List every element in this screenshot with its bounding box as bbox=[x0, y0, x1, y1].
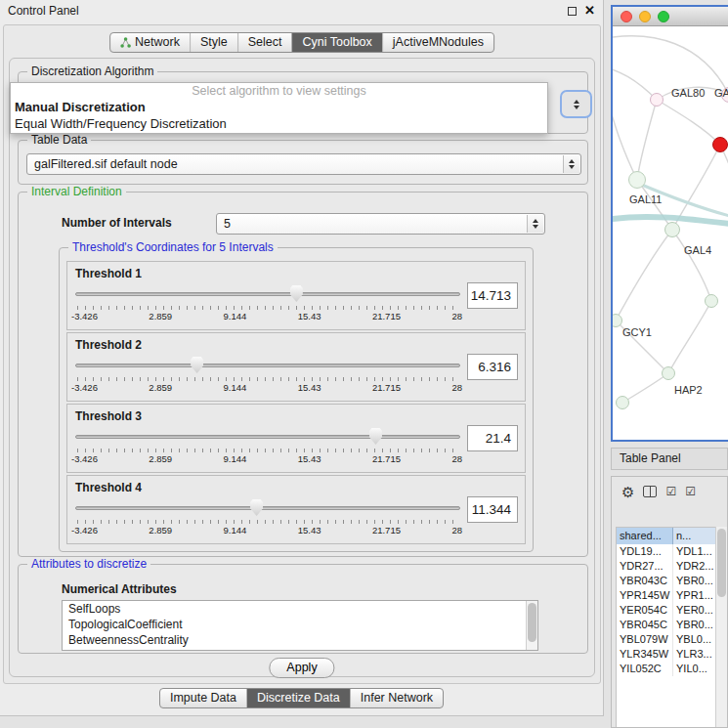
attributes-list[interactable]: SelfLoops TopologicalCoefficient Between… bbox=[62, 600, 538, 651]
tab-infer-network[interactable]: Infer Network bbox=[350, 689, 443, 707]
table-cell[interactable]: YER054C bbox=[617, 603, 673, 618]
scale-label: 21.715 bbox=[372, 453, 401, 464]
table-data-combo[interactable]: galFiltered.sif default node bbox=[26, 153, 581, 175]
network-node[interactable] bbox=[664, 222, 680, 237]
table-cell[interactable]: YER0... bbox=[673, 603, 716, 618]
table-cell[interactable]: YIL0... bbox=[673, 662, 716, 676]
scale-label: 2.859 bbox=[149, 382, 172, 393]
tab-label: Cyni Toolbox bbox=[302, 33, 371, 52]
network-node[interactable] bbox=[650, 93, 664, 107]
table-row[interactable]: YER054CYER0... bbox=[617, 603, 716, 618]
network-node[interactable] bbox=[616, 396, 629, 409]
table-row[interactable]: YLR345WYLR3... bbox=[617, 647, 716, 662]
float-window-icon[interactable] bbox=[568, 7, 577, 16]
threshold-value-field[interactable]: 21.4 bbox=[467, 425, 518, 451]
scrollbar-thumb[interactable] bbox=[717, 529, 726, 597]
table-row[interactable]: YPR145WYPR1... bbox=[617, 588, 716, 603]
scale-label: 21.715 bbox=[372, 311, 401, 321]
network-canvas[interactable]: GAL80GAGAL11GAL4GCY1HAP2 bbox=[613, 26, 728, 440]
table-cell[interactable]: YDL1... bbox=[673, 544, 716, 559]
list-item[interactable]: BetweennessCentrality bbox=[63, 632, 537, 648]
table-cell[interactable]: YDL19... bbox=[617, 544, 673, 559]
thresholds-group: Threshold's Coordinates for 5 Intervals … bbox=[59, 247, 534, 552]
network-window-titlebar[interactable] bbox=[613, 7, 728, 26]
apply-button[interactable]: Apply bbox=[269, 658, 334, 678]
table-row[interactable]: YDR27...YDR2... bbox=[617, 559, 716, 574]
tab-label: Style bbox=[200, 33, 228, 52]
table-row[interactable]: YBL079WYBL0... bbox=[617, 632, 716, 647]
network-node[interactable] bbox=[712, 137, 728, 152]
table-row[interactable]: YDL19...YDL1... bbox=[617, 544, 716, 559]
control-panel-titlebar[interactable]: Control Panel ✕ bbox=[0, 0, 603, 21]
network-node[interactable] bbox=[705, 294, 718, 308]
tab-select[interactable]: Select bbox=[237, 33, 292, 52]
table-cell[interactable]: YPR145W bbox=[617, 588, 673, 603]
num-intervals-combo[interactable]: 5 bbox=[216, 213, 545, 235]
tab-jactivemnodules[interactable]: jActiveMNodules bbox=[382, 33, 493, 52]
table-cell[interactable]: YLR345W bbox=[617, 647, 673, 662]
table-row[interactable]: YBR045CYBR0... bbox=[617, 618, 716, 632]
zoom-traffic-light-icon[interactable] bbox=[658, 11, 669, 22]
table-cell[interactable]: YBL079W bbox=[617, 632, 673, 647]
slider-thumb[interactable] bbox=[250, 499, 263, 516]
list-scrollbar[interactable] bbox=[526, 601, 537, 650]
table-cell[interactable]: YBR043C bbox=[617, 574, 673, 588]
threshold-value-field[interactable]: 14.713 bbox=[467, 282, 518, 309]
algorithm-combo-stepper[interactable] bbox=[560, 90, 592, 118]
interval-definition-group: Interval Definition Number of Intervals … bbox=[18, 192, 588, 557]
slider-ticks bbox=[77, 449, 456, 452]
table-cell[interactable]: YBR0... bbox=[673, 574, 716, 588]
table-cell[interactable]: YBR0... bbox=[673, 618, 716, 632]
tab-cyni-toolbox[interactable]: Cyni Toolbox bbox=[291, 33, 381, 52]
scrollbar-thumb[interactable] bbox=[528, 603, 536, 642]
tab-label: Infer Network bbox=[361, 689, 433, 707]
table-data-group: Table Data galFiltered.sif default node bbox=[18, 140, 588, 185]
table-row[interactable]: YBR043CYBR0... bbox=[617, 574, 716, 588]
scale-label: 28 bbox=[451, 525, 462, 535]
select-none-checkbox-icon[interactable]: ☑ bbox=[685, 486, 696, 497]
threshold-slider[interactable] bbox=[75, 285, 460, 303]
table-cell[interactable]: YBL0... bbox=[673, 632, 716, 647]
network-node[interactable] bbox=[662, 366, 675, 380]
close-icon[interactable]: ✕ bbox=[584, 6, 595, 16]
list-item[interactable]: TopologicalCoefficient bbox=[63, 617, 537, 632]
slider-thumb[interactable] bbox=[369, 428, 382, 445]
table-cell[interactable]: YIL052C bbox=[617, 662, 673, 676]
threshold-value-field[interactable]: 6.316 bbox=[467, 354, 518, 380]
tab-style[interactable]: Style bbox=[190, 33, 237, 52]
threshold-slider[interactable] bbox=[75, 499, 460, 517]
dropdown-option-equal-width-frequency[interactable]: Equal Width/Frequency Discretization bbox=[11, 115, 547, 132]
tab-network[interactable]: Network bbox=[110, 33, 190, 52]
slider-thumb[interactable] bbox=[191, 357, 203, 373]
column-header-name[interactable]: n... bbox=[673, 528, 716, 544]
table-cell[interactable]: YDR2... bbox=[673, 559, 716, 574]
stepper-up-icon bbox=[533, 219, 538, 223]
threshold-slider[interactable] bbox=[75, 357, 460, 374]
select-all-checkbox-icon[interactable]: ☑ bbox=[665, 486, 676, 497]
minimize-traffic-light-icon[interactable] bbox=[639, 11, 651, 22]
threshold-value-field[interactable]: 11.344 bbox=[467, 496, 518, 523]
combo-value: galFiltered.sif default node bbox=[34, 157, 178, 171]
threshold-slider[interactable] bbox=[75, 428, 460, 446]
stepper-up-icon bbox=[574, 100, 579, 104]
scale-label: 15.43 bbox=[298, 453, 321, 464]
scale-label: 21.715 bbox=[372, 525, 401, 535]
table-cell[interactable]: YPR1... bbox=[673, 588, 716, 603]
network-node[interactable] bbox=[628, 171, 646, 189]
table-cell[interactable]: YDR27... bbox=[617, 559, 673, 574]
tab-discretize-data[interactable]: Discretize Data bbox=[246, 689, 350, 707]
table-cell[interactable]: YBR045C bbox=[617, 618, 673, 632]
list-item[interactable]: SelfLoops bbox=[63, 601, 537, 617]
gear-icon[interactable]: ⚙ bbox=[621, 485, 634, 499]
table-panel-header[interactable]: Table Panel bbox=[611, 448, 728, 470]
table-row[interactable]: YIL052CYIL0... bbox=[617, 662, 716, 676]
columns-icon[interactable] bbox=[643, 486, 657, 497]
slider-thumb[interactable] bbox=[290, 285, 303, 302]
tab-impute-data[interactable]: Impute Data bbox=[160, 689, 246, 707]
column-header-shared-name[interactable]: shared... bbox=[617, 528, 673, 544]
table-scrollbar[interactable] bbox=[715, 527, 727, 727]
tab-label: Select bbox=[248, 33, 282, 52]
close-traffic-light-icon[interactable] bbox=[621, 11, 632, 22]
dropdown-option-manual-discretization[interactable]: Manual Discretization bbox=[11, 99, 547, 115]
table-cell[interactable]: YLR3... bbox=[673, 647, 716, 662]
